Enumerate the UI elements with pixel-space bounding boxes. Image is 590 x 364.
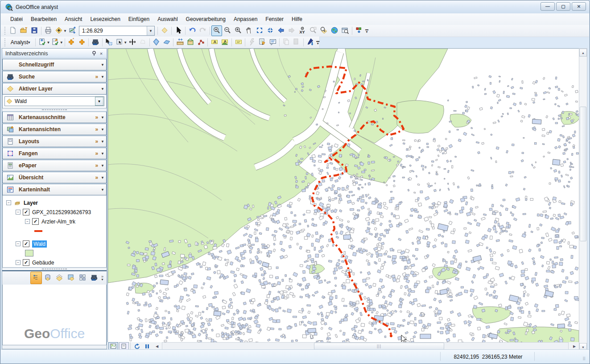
menu-auswahl[interactable]: Auswahl xyxy=(153,14,182,24)
layer-label[interactable]: Arzler-Alm_trk xyxy=(41,219,75,225)
sidebar-section-suche[interactable]: Suche»▼ xyxy=(2,71,107,83)
active-layer-combobox[interactable]: Wald▼ xyxy=(4,96,104,106)
toc-drawing-order-button[interactable] xyxy=(30,272,42,284)
select-features-button[interactable] xyxy=(114,37,124,48)
dropdown-arrow-icon[interactable]: ▼ xyxy=(47,41,50,45)
menu-geoverarbeitung[interactable]: Geoverarbeitung xyxy=(182,14,230,24)
layer-label[interactable]: Wald xyxy=(32,240,47,248)
menu-ansicht[interactable]: Ansicht xyxy=(61,14,86,24)
horizontal-scroll-thumb[interactable]: ||| xyxy=(314,343,444,350)
select-by-graphics-button[interactable] xyxy=(104,37,114,48)
edit-vertices-button[interactable] xyxy=(196,37,206,48)
layer-checkbox[interactable]: ✓ xyxy=(23,209,29,215)
back-extent-button[interactable] xyxy=(276,25,286,36)
close-panel-icon[interactable]: × xyxy=(98,50,105,57)
section-dropdown-icon[interactable]: ▼ xyxy=(101,116,104,120)
sidebar-section-fangen[interactable]: Fangen»▼ xyxy=(2,148,107,159)
tree-expander-icon[interactable]: − xyxy=(6,200,11,205)
tree-row[interactable]: −✓Wald xyxy=(3,239,106,248)
sidebar-section-layouts[interactable]: Layouts»▼ xyxy=(2,136,107,147)
scale-value[interactable]: 1:26.829 xyxy=(79,28,147,34)
pin-icon[interactable] xyxy=(91,50,98,57)
section-dropdown-icon[interactable]: ▼ xyxy=(101,63,104,67)
pen-download-button[interactable] xyxy=(305,37,315,48)
geooffice-diamond-button[interactable] xyxy=(159,25,170,36)
symbol-row[interactable] xyxy=(3,248,106,258)
expand-chevron-icon[interactable]: » xyxy=(95,174,98,181)
paste-button[interactable] xyxy=(292,37,302,48)
snap-new-button[interactable]: * xyxy=(66,37,77,48)
tree-expander-icon[interactable]: − xyxy=(16,241,21,246)
toc-selection-button[interactable] xyxy=(65,272,77,284)
pan-hand-button[interactable] xyxy=(243,25,254,36)
vertical-scroll-thumb[interactable] xyxy=(580,107,586,241)
splitter-handle[interactable] xyxy=(2,108,107,111)
active-layer-dropdown-icon[interactable]: ▼ xyxy=(95,97,103,106)
layer-checkbox[interactable]: ✓ xyxy=(32,218,39,225)
dropdown-arrow-icon[interactable]: ▼ xyxy=(63,29,67,33)
tree-row[interactable]: −✓GPX_201252993626793 xyxy=(3,207,106,217)
layer-label[interactable]: Gebäude xyxy=(32,260,54,266)
binoculars-button[interactable] xyxy=(90,37,100,48)
buffer-polygon-button[interactable] xyxy=(151,37,161,48)
section-dropdown-icon[interactable]: ▼ xyxy=(101,140,104,144)
sidebar-section-karteninhalt[interactable]: Karteninhalt▼ xyxy=(2,184,107,195)
menu-hilfe[interactable]: Hilfe xyxy=(288,14,306,24)
section-dropdown-icon[interactable]: ▼ xyxy=(101,164,104,168)
section-dropdown-icon[interactable]: ▼ xyxy=(101,188,104,192)
layer-label[interactable]: Layer xyxy=(24,200,38,206)
zoom-in-button[interactable] xyxy=(211,25,222,36)
viewer-window-button[interactable] xyxy=(340,25,351,36)
sidebar-section-epaper[interactable]: ePaper»▼ xyxy=(2,160,107,171)
layer-edit-button[interactable] xyxy=(50,37,60,48)
sidebar-section-schnellzugriff[interactable]: Schnellzugriff▼ xyxy=(2,59,107,70)
scroll-up-icon[interactable]: ▲ xyxy=(579,49,587,57)
toolbar-grip[interactable] xyxy=(4,27,6,35)
select-elements-button[interactable] xyxy=(173,25,184,36)
forward-extent-button[interactable] xyxy=(286,25,297,36)
layer-checkbox[interactable]: ✓ xyxy=(23,240,29,247)
label-layer-button[interactable]: A xyxy=(220,37,230,48)
scroll-left-icon[interactable]: ◀ xyxy=(153,343,161,350)
fixed-zoom-out-button[interactable] xyxy=(265,25,276,36)
toolbar-overflow-icon[interactable]: ▬▼ xyxy=(365,28,368,33)
section-dropdown-icon[interactable]: ▼ xyxy=(101,87,104,91)
menu-einfgen[interactable]: Einfügen xyxy=(124,14,153,24)
fixed-zoom-in-button[interactable] xyxy=(254,25,265,36)
refresh-icon[interactable] xyxy=(133,343,142,350)
open-folder-button[interactable] xyxy=(18,25,29,36)
polygon-select-button[interactable] xyxy=(137,37,148,48)
section-dropdown-icon[interactable]: ▼ xyxy=(101,176,104,180)
map-canvas[interactable] xyxy=(107,48,579,343)
add-data-button[interactable] xyxy=(54,25,64,36)
expand-chevron-icon[interactable]: » xyxy=(95,150,98,157)
flat-polygon-button[interactable] xyxy=(161,37,172,48)
dropdown-arrow-icon[interactable]: ▼ xyxy=(60,41,63,45)
scroll-right-icon[interactable]: ▶ xyxy=(570,343,579,350)
go-to-xy-button[interactable]: XY xyxy=(297,25,308,36)
sidebar-section-aktiverlayer[interactable]: Aktiver Layer▼ xyxy=(2,83,107,95)
save-button[interactable] xyxy=(29,25,40,36)
annotation-button[interactable] xyxy=(233,37,243,48)
minimize-button[interactable]: — xyxy=(540,2,555,11)
panel-header[interactable]: Inhaltsverzeichnis × xyxy=(2,49,107,58)
expand-chevron-icon[interactable]: » xyxy=(95,74,98,80)
analyst-menu-button[interactable]: Analyst▼ xyxy=(8,38,34,47)
vertical-scrollbar[interactable]: ▲ ▼ xyxy=(579,48,587,352)
tree-row[interactable]: −Layer xyxy=(3,198,106,207)
layer-checkbox[interactable]: ✓ xyxy=(23,259,29,266)
layer-label[interactable]: GPX_201252993626793 xyxy=(32,209,91,215)
pause-drawing-icon[interactable] xyxy=(143,343,152,350)
scale-dropdown-icon[interactable]: ▼ xyxy=(147,26,154,35)
menu-bearbeiten[interactable]: Bearbeiten xyxy=(27,14,61,24)
close-button[interactable]: ✕ xyxy=(572,2,586,11)
zoom-selected-button[interactable] xyxy=(308,25,318,36)
section-dropdown-icon[interactable]: ▼ xyxy=(101,152,104,156)
expand-chevron-icon[interactable]: » xyxy=(95,126,98,132)
label-button[interactable]: A xyxy=(209,37,219,48)
section-dropdown-icon[interactable]: ▼ xyxy=(101,75,104,79)
scale-combobox[interactable]: 1:26.829▼ xyxy=(79,26,155,36)
zoom-out-button[interactable] xyxy=(222,25,233,36)
undo-button[interactable] xyxy=(187,25,198,36)
restore-button[interactable]: ▢ xyxy=(556,2,570,11)
